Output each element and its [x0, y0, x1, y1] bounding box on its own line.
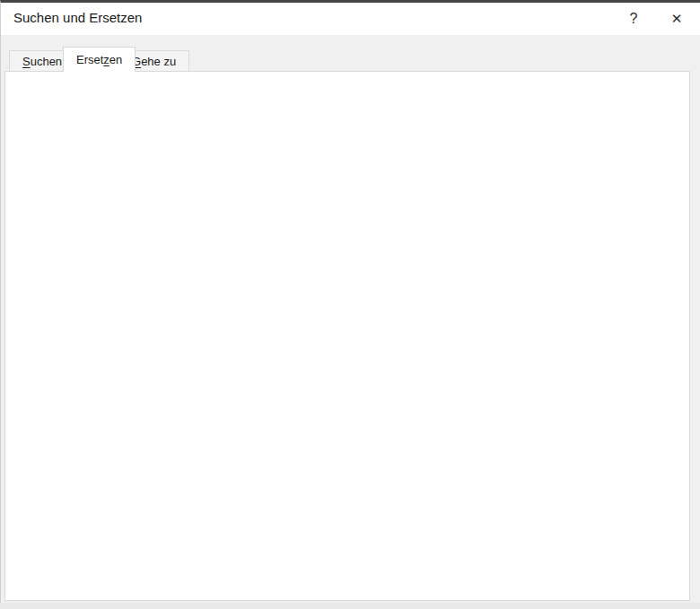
close-icon: ✕	[671, 11, 683, 27]
title-bar: Suchen und Ersetzen ? ✕	[1, 3, 700, 35]
help-button[interactable]: ?	[614, 3, 653, 35]
find-replace-dialog: Suchen und Ersetzen ? ✕ Suchen Ersetzen …	[0, 0, 700, 603]
tab-page-panel	[4, 71, 690, 601]
close-button[interactable]: ✕	[657, 3, 696, 35]
dialog-title: Suchen und Ersetzen	[13, 10, 142, 25]
tab-ersetzen[interactable]: Ersetzen	[63, 47, 136, 72]
help-icon: ?	[630, 11, 638, 27]
